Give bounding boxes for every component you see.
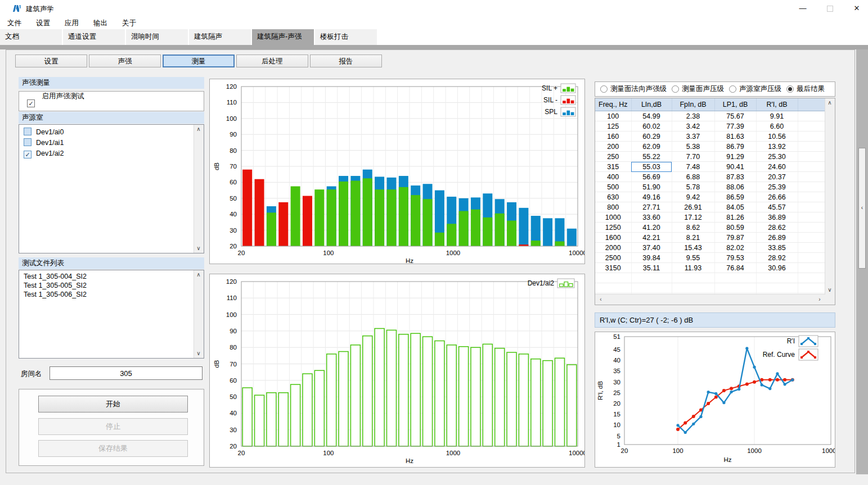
scroll-up-icon[interactable]: ∧ — [825, 98, 834, 107]
doc-tab-4[interactable]: 建筑隔声-声强 — [252, 29, 314, 45]
table-cell[interactable]: 79.53 — [714, 253, 756, 263]
radio-0[interactable] — [600, 85, 608, 93]
table-cell[interactable] — [798, 212, 825, 223]
table-cell[interactable]: 86.59 — [714, 192, 756, 202]
table-row[interactable]: 12560.023.4277.396.60 — [595, 121, 825, 132]
stop-button[interactable]: 停止 — [38, 418, 188, 435]
table-cell[interactable] — [798, 152, 825, 162]
table-cell[interactable]: 7.70 — [672, 152, 714, 162]
sub-tab-4[interactable]: 报告 — [310, 55, 382, 67]
table-cell[interactable]: 86.79 — [714, 142, 756, 152]
scroll-down-icon[interactable]: ∨ — [825, 285, 834, 294]
menu-item-3[interactable]: 输出 — [86, 17, 115, 29]
table-cell[interactable]: 55.03 — [631, 162, 672, 172]
scroll-down-icon[interactable]: ∨ — [194, 244, 203, 253]
table-cell[interactable]: 10.56 — [756, 132, 798, 142]
table-cell[interactable]: 500 — [595, 182, 631, 192]
channel-item-0[interactable]: Dev1/ai0 — [19, 127, 194, 138]
table-cell[interactable]: 400 — [595, 172, 631, 182]
table-cell[interactable]: 25.39 — [756, 182, 798, 192]
table-cell[interactable]: 77.39 — [714, 121, 756, 132]
table-cell[interactable]: 6.88 — [672, 172, 714, 182]
table-cell[interactable]: 33.85 — [756, 243, 798, 253]
doc-tab-3[interactable]: 建筑隔声 — [189, 29, 251, 45]
table-cell[interactable]: 6.60 — [756, 121, 798, 132]
collapse-panel-button[interactable]: ‹ — [858, 148, 866, 269]
menu-item-2[interactable]: 应用 — [57, 17, 86, 29]
start-button[interactable]: 开始 — [38, 396, 188, 413]
scroll-down-icon[interactable]: ∨ — [194, 349, 203, 358]
table-cell[interactable]: 1250 — [595, 223, 631, 233]
table-cell[interactable]: 60.29 — [631, 132, 672, 142]
channel-list-scrollbar[interactable]: ∧ ∨ — [194, 125, 204, 253]
table-cell[interactable]: 60.02 — [631, 121, 672, 132]
table-cell[interactable]: 3150 — [595, 263, 631, 273]
table-vertical-scrollbar[interactable]: ∧ ∨ — [825, 98, 835, 294]
close-button[interactable]: ✕ — [844, 0, 868, 17]
table-cell[interactable]: 9.91 — [756, 111, 798, 121]
channel-checkbox[interactable]: ✓ — [24, 151, 32, 158]
sub-tab-3[interactable]: 后处理 — [236, 55, 308, 67]
table-cell[interactable]: 82.02 — [714, 243, 756, 253]
table-cell[interactable]: 20.37 — [756, 172, 798, 182]
channel-item-2[interactable]: ✓Dev1/ai2 — [19, 148, 194, 159]
table-row[interactable]: 50051.905.7888.0625.39 — [595, 182, 825, 192]
scroll-right-icon[interactable]: › — [815, 295, 824, 304]
table-cell[interactable]: 2.38 — [672, 111, 714, 121]
table-cell[interactable]: 17.12 — [672, 212, 714, 223]
table-cell[interactable] — [798, 121, 825, 132]
table-cell[interactable]: 75.67 — [714, 111, 756, 121]
table-cell[interactable]: 24.60 — [756, 162, 798, 172]
test-file-item-1[interactable]: Test 1_305-005_SI2 — [19, 281, 194, 290]
table-cell[interactable]: 91.29 — [714, 152, 756, 162]
table-cell[interactable]: 81.63 — [714, 132, 756, 142]
test-file-item-0[interactable]: Test 1_305-004_SI2 — [19, 272, 194, 281]
table-cell[interactable]: 315 — [595, 162, 631, 172]
menu-item-4[interactable]: 关于 — [115, 17, 143, 29]
table-cell[interactable]: 25.30 — [756, 152, 798, 162]
maximize-button[interactable] — [817, 0, 843, 17]
table-cell[interactable] — [798, 243, 825, 253]
sub-tab-1[interactable]: 声强 — [89, 55, 161, 67]
radio-label-1[interactable]: 测量面声压级 — [682, 84, 724, 94]
table-cell[interactable]: 28.92 — [756, 253, 798, 263]
table-row[interactable]: 80027.7126.9184.0545.57 — [595, 202, 825, 212]
table-cell[interactable]: 88.06 — [714, 182, 756, 192]
table-row[interactable]: 63049.169.4286.5926.66 — [595, 192, 825, 202]
sub-tab-2[interactable]: 测量 — [163, 55, 235, 67]
table-cell[interactable] — [798, 192, 825, 202]
radio-1[interactable] — [672, 85, 679, 93]
minimize-button[interactable]: — — [790, 0, 816, 17]
doc-tab-0[interactable]: 文档 — [0, 29, 62, 45]
room-name-input[interactable] — [50, 366, 203, 380]
table-cell[interactable]: 125 — [595, 121, 631, 132]
menu-item-0[interactable]: 文件 — [0, 17, 29, 29]
table-horizontal-scrollbar[interactable]: ‹ › — [595, 294, 825, 305]
table-cell[interactable]: 9.42 — [672, 192, 714, 202]
table-cell[interactable]: 11.93 — [672, 263, 714, 273]
table-cell[interactable]: 27.71 — [631, 202, 672, 212]
table-cell[interactable]: 76.84 — [714, 263, 756, 273]
table-cell[interactable]: 35.11 — [631, 263, 672, 273]
table-cell[interactable]: 8.21 — [672, 233, 714, 243]
channel-item-1[interactable]: Dev1/ai1 — [19, 138, 194, 148]
table-cell[interactable] — [798, 162, 825, 172]
table-cell[interactable]: 87.83 — [714, 172, 756, 182]
table-cell[interactable]: 200 — [595, 142, 631, 152]
table-row[interactable]: 315035.1111.9376.8430.96 — [595, 263, 825, 273]
table-cell[interactable]: 79.87 — [714, 233, 756, 243]
table-row[interactable]: 25055.227.7091.2925.30 — [595, 152, 825, 162]
table-cell[interactable]: 3.42 — [672, 121, 714, 132]
scroll-left-icon[interactable]: ‹ — [596, 295, 605, 304]
table-cell[interactable] — [798, 172, 825, 182]
table-cell[interactable]: 84.05 — [714, 202, 756, 212]
table-row[interactable]: 31555.037.4890.4124.60 — [595, 162, 825, 172]
table-cell[interactable]: 26.66 — [756, 192, 798, 202]
table-cell[interactable] — [798, 132, 825, 142]
doc-tab-5[interactable]: 楼板打击 — [315, 29, 377, 45]
table-cell[interactable]: 30.96 — [756, 263, 798, 273]
table-cell[interactable]: 26.89 — [756, 233, 798, 243]
table-cell[interactable]: 51.90 — [631, 182, 672, 192]
table-cell[interactable]: 39.84 — [631, 253, 672, 263]
scroll-up-icon[interactable]: ∧ — [194, 270, 203, 279]
